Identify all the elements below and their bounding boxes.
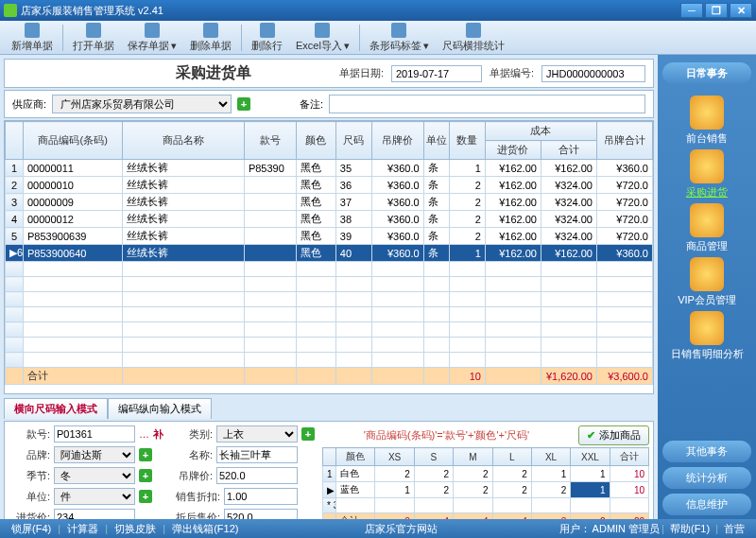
save-doc-button[interactable]: 保存单据 (122, 21, 182, 55)
table-row[interactable]: 5P853900639丝绒长裤黑色39¥360.0条2¥162.00¥324.0… (6, 228, 653, 245)
sidebar: 日常事务 前台销售采购进货商品管理VIP会员管理日销售明细分析 其他事务统计分析… (658, 55, 756, 538)
size-row[interactable]: * 3 (323, 498, 649, 513)
del-doc-button[interactable]: 删除单据 (184, 21, 237, 55)
sum-row: 合计 10 ¥1,620.00 ¥3,600.0 (6, 368, 653, 385)
cat-select[interactable]: 上衣 (216, 425, 298, 443)
style-input[interactable] (54, 425, 135, 443)
maximize-button[interactable]: ❐ (705, 3, 728, 18)
new-doc-icon (25, 23, 40, 38)
barcode-icon (391, 23, 406, 38)
table-row[interactable]: 300000009丝绒长裤黑色37¥360.0条2¥162.00¥324.00¥… (6, 194, 653, 211)
docno-input[interactable] (541, 65, 645, 82)
help-link[interactable]: 帮助(F1) (666, 522, 713, 536)
toolbar: 新增单据打开单据保存单据删除单据删除行Excel导入条形码标签尺码横排统计 (0, 21, 756, 55)
daily-analysis-icon (690, 311, 724, 345)
status-link[interactable]: 锁屏(F4) (8, 523, 55, 534)
date-label: 单据日期: (339, 66, 384, 80)
brand-select[interactable]: 阿迪达斯 (54, 446, 135, 463)
open-doc-icon (86, 23, 101, 38)
status-link[interactable]: 弹出钱箱(F12) (168, 523, 242, 534)
vip-icon (690, 257, 724, 291)
status-link[interactable]: 切换皮肤 (111, 523, 160, 534)
product-icon (690, 203, 724, 237)
disc-input[interactable] (224, 488, 298, 505)
name-input[interactable] (216, 446, 298, 463)
del-row-icon (260, 23, 275, 38)
size-row[interactable]: 1白色22221110 (323, 466, 649, 482)
close-button[interactable]: ✕ (730, 3, 752, 18)
pos-icon (690, 95, 724, 130)
sidebar-item-pos[interactable]: 前台销售 (669, 94, 746, 148)
window-title: 店家乐服装销售管理系统 v2.41 (21, 4, 163, 18)
sidebar-item-purchase[interactable]: 采购进货 (669, 148, 746, 201)
open-doc-button[interactable]: 打开单据 (67, 21, 120, 55)
table-row[interactable]: 100000011丝绒长裤P85390黑色35¥360.0条1¥162.00¥1… (6, 160, 653, 177)
casher-link[interactable]: 首营 (720, 522, 748, 536)
purchase-icon (690, 149, 724, 183)
size-grid[interactable]: 颜色XSSMLXLXXL合计 1白色22221110▶ 2蓝色12222110*… (322, 447, 649, 529)
sidebar-item-daily-analysis[interactable]: 日销售明细分析 (669, 309, 746, 363)
table-row[interactable]: ▶6P853900640丝绒长裤黑色40¥360.0条1¥162.00¥162.… (6, 245, 653, 262)
remark-input[interactable] (329, 95, 645, 113)
size-row[interactable]: ▶ 2蓝色12222110 (323, 482, 649, 498)
supplier-select[interactable]: 广州店家乐贸易有限公司 (52, 95, 232, 113)
unit-select[interactable]: 件 (54, 488, 135, 505)
add-unit[interactable]: + (139, 490, 152, 503)
add-brand[interactable]: + (139, 448, 152, 461)
sidebar-btn-info-maint[interactable]: 信息维护 (662, 494, 751, 515)
supp-button[interactable]: 补 (153, 427, 163, 442)
del-doc-icon (203, 23, 218, 38)
size-stats-button[interactable]: 尺码横排统计 (437, 21, 510, 55)
sidebar-item-vip[interactable]: VIP会员管理 (669, 255, 746, 309)
table-row[interactable]: 400000012丝绒长裤黑色38¥360.0条2¥162.00¥324.00¥… (6, 211, 653, 228)
entry-tabs: 横向尺码输入模式 编码纵向输入模式 (4, 398, 654, 419)
new-doc-button[interactable]: 新增单据 (6, 21, 59, 55)
excel-import-button[interactable]: Excel导入 (290, 21, 355, 55)
sidebar-header[interactable]: 日常事务 (662, 62, 751, 84)
status-bar: 锁屏(F4) | 计算器 | 切换皮肤 | 弹出钱箱(F12) 店家乐官方网站 … (0, 519, 756, 538)
tag-input[interactable] (216, 467, 298, 484)
sidebar-btn-stats[interactable]: 统计分析 (662, 467, 751, 489)
date-input[interactable] (391, 65, 482, 82)
doc-title: 采购进货单 (88, 63, 339, 83)
size-stats-icon (466, 23, 481, 38)
doc-header: 采购进货单 单据日期: 单据编号: (4, 59, 654, 88)
remark-label: 备注: (300, 97, 323, 112)
table-row[interactable]: 200000010丝绒长裤黑色36¥360.0条2¥162.00¥324.00¥… (6, 177, 653, 194)
status-link[interactable]: 计算器 (63, 523, 102, 534)
supplier-label: 供应商: (12, 97, 46, 112)
app-icon (4, 4, 17, 17)
excel-import-icon (315, 23, 330, 38)
title-bar: 店家乐服装销售管理系统 v2.41 ─ ❐ ✕ (0, 0, 756, 21)
add-cat[interactable]: + (301, 427, 315, 441)
sidebar-btn-other-tasks[interactable]: 其他事务 (662, 441, 751, 462)
season-select[interactable]: 冬 (54, 467, 135, 484)
sidebar-item-product[interactable]: 商品管理 (669, 201, 746, 255)
barcode-button[interactable]: 条形码标签 (364, 21, 435, 55)
del-row-button[interactable]: 删除行 (246, 21, 288, 55)
docno-label: 单据编号: (490, 66, 534, 80)
main-grid[interactable]: 商品编码(条码) 商品名称 款号 颜色 尺码 吊牌价 单位 数量 成本 吊牌合计… (4, 120, 654, 394)
tab-vertical[interactable]: 编码纵向输入模式 (108, 398, 212, 419)
tab-horizontal[interactable]: 横向尺码输入模式 (4, 398, 108, 419)
code-hint: '商品编码(条码)'='款号'+'颜色'+'尺码' (322, 428, 571, 443)
add-supplier-button[interactable]: + (237, 97, 250, 111)
entry-panel: 款号:…补 品牌:阿迪达斯+ 季节:冬+ 单位:件+ 进货价: 类别:上衣+ 名… (4, 421, 654, 534)
save-doc-icon (145, 23, 160, 38)
official-site-link[interactable]: 店家乐官方网站 (361, 523, 441, 534)
add-season[interactable]: + (139, 469, 152, 482)
add-product-button[interactable]: 添加商品 (578, 425, 649, 445)
minimize-button[interactable]: ─ (680, 3, 703, 18)
supplier-row: 供应商: 广州店家乐贸易有限公司 + 备注: (4, 90, 654, 118)
